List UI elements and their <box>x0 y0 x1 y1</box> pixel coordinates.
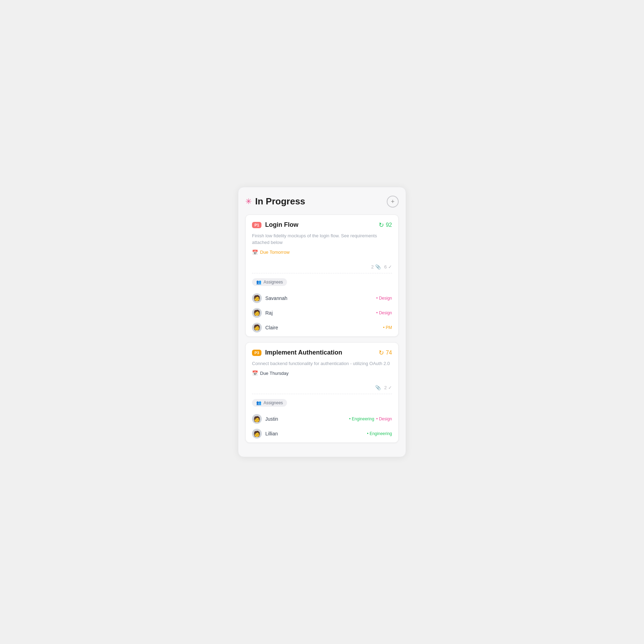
avatar-raj: 🧑 <box>252 308 262 318</box>
task-description: Connect backend functionality for authen… <box>252 360 392 367</box>
tag-design: • Design <box>376 416 392 422</box>
assignees-icon: 👥 <box>256 280 261 285</box>
assignee-row-raj: 🧑 Raj • Design <box>252 306 392 320</box>
task-header: P1 Login Flow ↻ 92 <box>252 221 392 229</box>
spinner-icon: ✳ <box>245 198 252 205</box>
assignee-info: 🧑 Lillian <box>252 429 278 439</box>
assignee-name-raj: Raj <box>265 310 273 316</box>
tags-savannah: • Design <box>376 295 392 301</box>
column-title: In Progress <box>255 196 305 207</box>
meta-checks: 6 ✓ <box>384 264 392 270</box>
assignee-info: 🧑 Claire <box>252 323 278 332</box>
meta-attachments: 2 📎 <box>371 264 381 270</box>
assignees-section: 👥 Assignees 🧑 Justin • Engineering • Des… <box>252 394 392 442</box>
avatar-justin: 🧑 <box>252 414 262 424</box>
tag-pm: • PM <box>383 324 392 331</box>
check-icon: ✓ <box>388 385 392 390</box>
assignees-label: 👥 Assignees <box>252 399 287 407</box>
due-label: Due Thursday <box>260 371 288 376</box>
task-due: 📅 Due Tomorrow <box>252 250 392 255</box>
tag-engineering: • Engineering <box>349 416 374 422</box>
priority-badge: P3 <box>252 350 261 356</box>
score-icon: ↻ <box>379 349 384 357</box>
due-label: Due Tomorrow <box>260 250 289 255</box>
tags-raj: • Design <box>376 310 392 316</box>
assignee-name-justin: Justin <box>265 416 278 422</box>
add-task-button[interactable]: + <box>387 196 399 208</box>
calendar-icon: 📅 <box>252 250 258 255</box>
task-meta: 📎 2 ✓ <box>252 382 392 394</box>
task-card-login-flow: P1 Login Flow ↻ 92 Finish low fidelity m… <box>245 215 399 337</box>
task-title: Implement Authentication <box>265 349 342 356</box>
check-count: 6 <box>384 264 387 270</box>
assignee-name-savannah: Savannah <box>265 295 287 301</box>
paperclip-icon: 📎 <box>375 385 381 390</box>
task-title: Login Flow <box>265 221 298 229</box>
assignee-row-justin: 🧑 Justin • Engineering • Design <box>252 412 392 426</box>
assignee-name-lillian: Lillian <box>265 431 278 436</box>
task-score: ↻ 74 <box>379 349 392 357</box>
tag-design: • Design <box>376 295 392 301</box>
column-header: ✳ In Progress + <box>245 196 399 208</box>
assignee-row-savannah: 🧑 Savannah • Design <box>252 291 392 306</box>
assignees-icon: 👥 <box>256 400 261 405</box>
column-title-group: ✳ In Progress <box>245 196 305 207</box>
assignee-info: 🧑 Raj <box>252 308 273 318</box>
paperclip-icon: 📎 <box>375 264 381 270</box>
tags-justin: • Engineering • Design <box>349 416 392 422</box>
check-icon: ✓ <box>388 264 392 270</box>
assignee-row-claire: 🧑 Claire • PM <box>252 320 392 335</box>
tag-design: • Design <box>376 310 392 316</box>
attachment-count: 2 <box>371 264 374 270</box>
assignee-info: 🧑 Justin <box>252 414 278 424</box>
task-meta: 2 📎 6 ✓ <box>252 261 392 273</box>
avatar-savannah: 🧑 <box>252 293 262 303</box>
score-value: 74 <box>386 350 392 356</box>
score-icon: ↻ <box>379 221 384 229</box>
task-due: 📅 Due Thursday <box>252 370 392 376</box>
tags-claire: • PM <box>383 324 392 331</box>
board-column-in-progress: ✳ In Progress + P1 Login Flow ↻ 92 Finis… <box>238 187 406 457</box>
task-title-group: P1 Login Flow <box>252 221 298 229</box>
check-count: 2 <box>384 385 387 390</box>
tag-engineering: • Engineering <box>367 430 392 437</box>
avatar-claire: 🧑 <box>252 323 262 332</box>
score-value: 92 <box>386 222 392 228</box>
task-header: P3 Implement Authentication ↻ 74 <box>252 349 392 357</box>
task-description: Finish low fidelity mockups of the login… <box>252 232 392 246</box>
task-score: ↻ 92 <box>379 221 392 229</box>
calendar-icon: 📅 <box>252 370 258 376</box>
avatar-lillian: 🧑 <box>252 429 262 439</box>
task-title-group: P3 Implement Authentication <box>252 349 342 356</box>
assignee-name-claire: Claire <box>265 325 278 330</box>
add-icon: + <box>391 198 395 205</box>
priority-badge: P1 <box>252 222 261 228</box>
assignee-row-lillian: 🧑 Lillian • Engineering <box>252 426 392 441</box>
assignees-section: 👥 Assignees 🧑 Savannah • Design 🧑 Raj <box>252 273 392 336</box>
meta-paperclip: 📎 <box>375 385 381 390</box>
assignees-label: 👥 Assignees <box>252 278 287 286</box>
assignee-info: 🧑 Savannah <box>252 293 287 303</box>
tags-lillian: • Engineering <box>367 430 392 437</box>
task-card-authentication: P3 Implement Authentication ↻ 74 Connect… <box>245 342 399 443</box>
meta-checks: 2 ✓ <box>384 385 392 390</box>
